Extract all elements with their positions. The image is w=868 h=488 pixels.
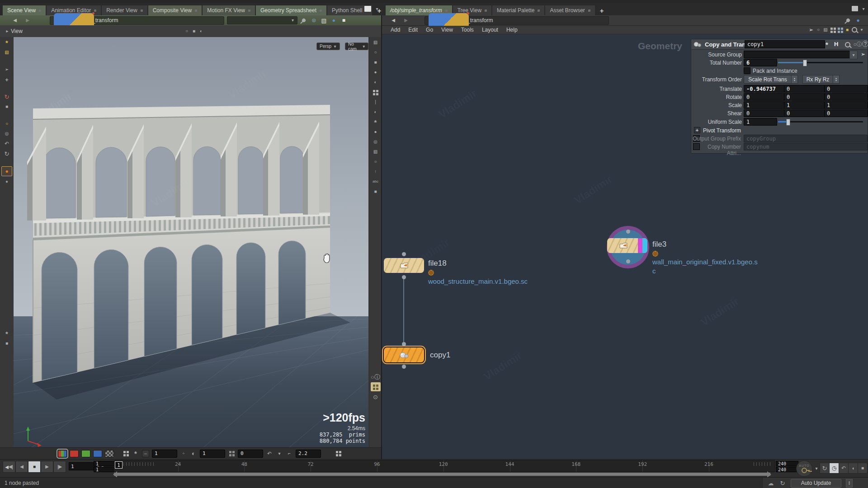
dither-icon[interactable] [122, 450, 129, 457]
scale-z-field[interactable]: 1 [824, 101, 868, 109]
tab-close-icon[interactable] [588, 9, 590, 12]
translate-z-field[interactable]: 0 [824, 85, 868, 93]
gamma-field[interactable]: 2.2 [296, 450, 321, 458]
black-point-field[interactable]: 0 [238, 450, 263, 458]
forward-button[interactable] [23, 17, 33, 24]
tool-view-icon[interactable] [2, 38, 12, 47]
stowbar-icon[interactable] [340, 17, 347, 24]
camera-selector[interactable]: No cam [345, 42, 368, 50]
blue-channel-swatch[interactable] [93, 450, 102, 457]
rotate-tool-icon[interactable] [2, 92, 12, 101]
lock-camera-icon[interactable] [371, 68, 381, 77]
gain-decrease-button[interactable]: – [142, 450, 149, 457]
info-icon[interactable]: ⓘ [371, 372, 381, 381]
frame-selected-icon[interactable] [371, 58, 381, 67]
menu-edit[interactable]: Edit [404, 27, 422, 33]
template-flag[interactable] [638, 238, 642, 253]
display-flag[interactable] [642, 238, 647, 253]
update-mode-selector[interactable]: Auto Update [791, 479, 841, 488]
playbar-options-button[interactable] [858, 463, 868, 474]
shadow-icon[interactable] [371, 127, 381, 136]
search-icon[interactable] [851, 26, 858, 33]
rotate-z-field[interactable]: 0 [824, 93, 868, 101]
menu-go[interactable]: Go [422, 27, 437, 33]
pane-menu-chevron-icon[interactable] [373, 5, 381, 13]
current-frame-field[interactable]: 1 [69, 462, 97, 470]
slider-handle[interactable] [803, 60, 807, 66]
translate-x-field[interactable]: -0.946737 [744, 85, 788, 93]
new-tab-button[interactable]: + [596, 5, 608, 15]
wireframe-icon[interactable] [371, 147, 381, 156]
green-channel-swatch[interactable] [81, 450, 90, 457]
tab-geometry-spreadsheet[interactable]: Geometry Spreadsheet [256, 5, 326, 15]
sphere-icon[interactable] [854, 17, 862, 24]
pivot-expand-button[interactable]: + [694, 127, 700, 133]
chevron-down-icon[interactable] [276, 450, 283, 457]
tab-render-view[interactable]: Render View [102, 5, 147, 15]
audio-button[interactable] [848, 463, 858, 474]
persp-view-selector[interactable]: Persp [316, 42, 340, 50]
uniform-scale-field[interactable]: 1 [744, 118, 777, 126]
node-file3[interactable] [607, 238, 647, 253]
cube-icon[interactable] [320, 17, 327, 24]
view-mode-icon[interactable] [371, 38, 381, 47]
sphere-tool-icon[interactable] [2, 177, 12, 186]
range-end-field[interactable]: 240 [776, 461, 798, 466]
shear-y-field[interactable]: 0 [784, 109, 828, 117]
undo-playback-button[interactable] [839, 463, 849, 474]
go-to-end-button[interactable]: | [53, 461, 66, 473]
total-number-slider[interactable] [778, 62, 863, 63]
viewport-3d[interactable]: Vladimir Vladimir Vladimir Persp No cam … [14, 37, 368, 447]
node-output-dot[interactable] [626, 259, 630, 263]
slider-handle[interactable] [786, 119, 790, 126]
pose-tool-icon[interactable] [2, 119, 12, 128]
box-select-icon[interactable] [190, 28, 198, 35]
rotate-y-field[interactable]: 0 [784, 93, 828, 101]
back-button[interactable] [388, 17, 398, 24]
pane-maximize-icon[interactable] [852, 6, 858, 11]
snap-tool-icon[interactable] [2, 129, 12, 138]
points-display-icon[interactable] [371, 157, 381, 166]
tab-close-icon[interactable] [195, 9, 197, 12]
play-backward-button[interactable] [15, 461, 28, 473]
table-view-icon[interactable] [829, 26, 836, 33]
recook-icon[interactable] [779, 479, 786, 487]
keyframe-options-chevron-icon[interactable] [813, 465, 820, 472]
link-target-icon[interactable] [310, 17, 317, 24]
node-name-field[interactable]: copy1 [745, 40, 825, 48]
pack-instance-checkbox[interactable] [744, 67, 750, 74]
scale-x-field[interactable]: 1 [744, 101, 788, 109]
play-forward-button[interactable] [41, 461, 53, 473]
viewport-layout-icon[interactable] [2, 339, 12, 348]
collapse-chevron-icon[interactable] [4, 28, 11, 35]
node-input-dot[interactable] [402, 252, 406, 256]
path-flag-combo[interactable] [227, 16, 297, 24]
lut-grid-icon[interactable] [335, 450, 342, 457]
select-arrow-icon[interactable]: ➢ [807, 26, 815, 33]
pane-menu-chevron-icon[interactable] [860, 5, 867, 13]
normals-display-icon[interactable]: ↑ [371, 167, 381, 176]
tab-close-icon[interactable] [94, 9, 96, 12]
tab-motion-fx-view[interactable]: Motion FX View [203, 5, 255, 15]
sphere-icon[interactable] [330, 17, 337, 24]
combo-spinner[interactable] [833, 75, 840, 84]
rotate-x-field[interactable]: 0 [744, 93, 788, 101]
menu-tools[interactable]: Tools [457, 27, 478, 33]
transform-order-combo[interactable]: Scale Rot Trans [744, 75, 792, 84]
snapshot-icon[interactable] [371, 78, 381, 87]
tab-close-icon[interactable] [445, 9, 448, 12]
update-mode-stepper[interactable] [846, 479, 853, 488]
translate-y-field[interactable]: 0 [784, 85, 828, 93]
sticky-note-icon[interactable] [844, 26, 851, 33]
color-scheme-multi-swatch[interactable] [58, 450, 67, 457]
tab-close-icon[interactable] [141, 9, 143, 12]
shear-z-field[interactable]: 0 [824, 109, 868, 117]
tab-scene-view[interactable]: Scene View [3, 5, 46, 15]
grid-toggle-icon[interactable] [371, 88, 381, 97]
node-input-dot[interactable] [626, 230, 630, 234]
shear-x-field[interactable]: 0 [744, 109, 788, 117]
global-time-button[interactable] [829, 463, 839, 474]
network-menu-icon[interactable] [858, 26, 865, 33]
tab-close-icon[interactable] [320, 9, 322, 12]
pin-pane-icon[interactable] [844, 17, 852, 24]
